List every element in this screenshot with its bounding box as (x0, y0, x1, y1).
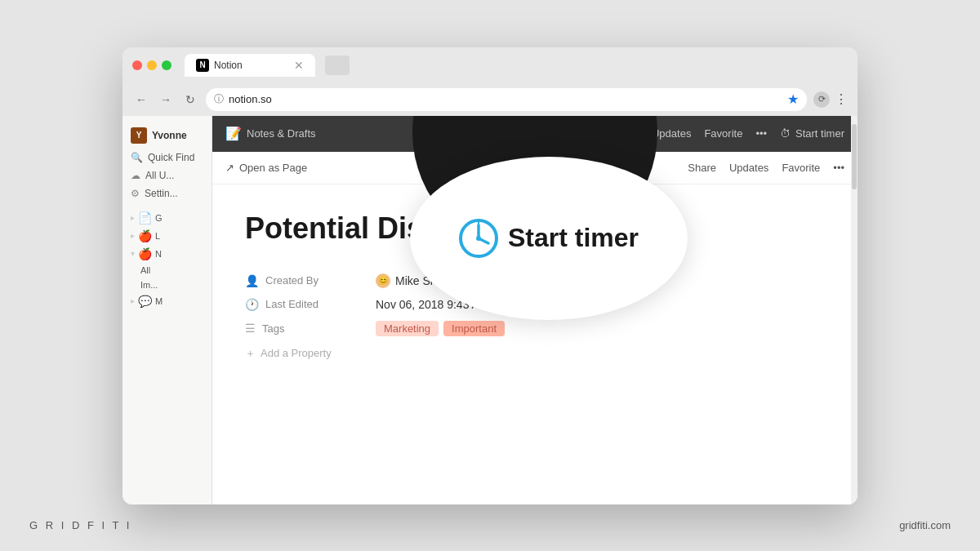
sidebar-section: ▸ 📄 G ▸ 🍎 L ▾ 🍎 N All (122, 209, 212, 310)
sidebar-settings-label: Settin... (145, 188, 178, 199)
scrollbar-thumb[interactable] (852, 124, 857, 189)
browser-content: Y Yvonne 🔍 Quick Find ☁ All U... ⚙ Setti… (122, 116, 858, 504)
tab-title: Notion (214, 60, 243, 71)
page-emoji-g: 📄 (138, 211, 152, 224)
bookmark-icon[interactable]: ★ (787, 91, 799, 107)
new-tab-button[interactable] (325, 56, 350, 75)
timer-icon-dark: ⏱ (780, 127, 791, 140)
add-property-label: Add a Property (261, 347, 332, 359)
updates-button-dark[interactable]: Updates (652, 127, 691, 140)
brand-label-right: gridfiti.com (899, 519, 951, 531)
settings-icon: ⚙ (131, 188, 140, 199)
main-content: 📝 Notes & Drafts Share Updates Favorite … (212, 116, 858, 504)
updates-button-light[interactable]: Updates (729, 162, 768, 174)
address-text: notion.so (229, 93, 782, 105)
page-emoji-n: 🍎 (138, 247, 152, 260)
popup-title-text: Start timer (508, 223, 639, 253)
notion-tab-icon: N (196, 59, 209, 72)
browser-tab[interactable]: N Notion ✕ (185, 54, 315, 77)
favorite-button-light[interactable]: Favorite (782, 162, 820, 174)
secondary-actions: Share Updates Favorite ••• (688, 162, 844, 174)
extension-icons: ⟳ ⋮ (813, 91, 848, 108)
sidebar-item-l[interactable]: ▸ 🍎 L (122, 227, 212, 245)
brand-label-left: G R I D F I T I (29, 519, 131, 531)
minimize-button[interactable] (147, 60, 157, 70)
browser-menu-icon[interactable]: ⋮ (835, 91, 848, 107)
collapse-icon-m: ▸ (131, 296, 135, 305)
more-button-dark[interactable]: ••• (755, 127, 767, 140)
created-by-label-text: Created By (265, 274, 318, 287)
sidebar-item-g[interactable]: ▸ 📄 G (122, 209, 212, 227)
subitem-label-all: All (140, 265, 150, 275)
add-property-plus-icon: ＋ (245, 346, 256, 361)
subitem-label-im: Im... (140, 280, 158, 290)
tag-important[interactable]: Important (443, 321, 505, 336)
sidebar: Y Yvonne 🔍 Quick Find ☁ All U... ⚙ Setti… (122, 116, 212, 504)
last-edited-icon: 🕐 (245, 298, 259, 311)
sidebar-all-updates-label: All U... (145, 170, 174, 181)
tags-icon: ☰ (245, 322, 256, 335)
sidebar-item-m[interactable]: ▸ 💬 M (122, 292, 212, 310)
favorite-button-dark[interactable]: Favorite (704, 127, 742, 140)
popup-content: Start timer (459, 219, 639, 258)
forward-button[interactable]: → (157, 91, 175, 109)
collapse-icon-l: ▸ (131, 231, 135, 240)
sidebar-quick-find[interactable]: 🔍 Quick Find (122, 149, 212, 167)
close-button[interactable] (132, 60, 142, 70)
share-button-light[interactable]: Share (688, 162, 716, 174)
traffic-lights (132, 60, 172, 70)
add-property-button[interactable]: ＋ Add a Property (245, 341, 825, 366)
page-label-g: G (155, 213, 163, 223)
start-timer-popup[interactable]: Start timer (410, 157, 688, 320)
last-edited-label-text: Last Edited (265, 298, 318, 310)
created-by-icon: 👤 (245, 274, 259, 287)
title-bar: N Notion ✕ (122, 47, 858, 83)
sidebar-quick-find-label: Quick Find (148, 152, 194, 163)
created-by-label: 👤 Created By (245, 274, 376, 287)
maximize-button[interactable] (162, 60, 172, 70)
updates-icon: ☁ (131, 170, 140, 181)
sidebar-user[interactable]: Y Yvonne (122, 122, 212, 149)
info-icon: ⓘ (214, 92, 224, 106)
svg-point-3 (476, 236, 481, 241)
tab-close-icon[interactable]: ✕ (294, 59, 304, 72)
open-as-page-icon: ↗ (225, 162, 234, 174)
start-timer-label-dark: Start timer (795, 127, 844, 140)
clockify-logo-icon (459, 219, 498, 258)
open-as-page-button[interactable]: ↗ Open as Page (225, 162, 307, 174)
tags-label: ☰ Tags (245, 322, 376, 335)
sidebar-subitem-all[interactable]: All (122, 263, 212, 278)
start-timer-button-dark[interactable]: ⏱ Start timer (780, 127, 844, 140)
property-row-tags: ☰ Tags Marketing Important (245, 316, 825, 341)
search-icon: 🔍 (131, 152, 143, 163)
extension-icon-1[interactable]: ⟳ (813, 91, 830, 108)
more-button-light[interactable]: ••• (833, 162, 844, 174)
refresh-button[interactable]: ↻ (181, 91, 199, 109)
page-emoji-m: 💬 (138, 295, 152, 308)
page-label-l: L (155, 231, 160, 241)
browser-window: N Notion ✕ ← → ↻ ⓘ notion.so ★ ⟳ ⋮ (122, 47, 858, 504)
back-button[interactable]: ← (132, 91, 150, 109)
page-label-n: N (155, 249, 162, 259)
page-background: G R I D F I T I gridfiti.com N Notion ✕ … (0, 0, 980, 551)
tags-label-text: Tags (262, 322, 284, 335)
breadcrumb-text: Notes & Drafts (247, 127, 316, 140)
tags-value: Marketing Important (376, 321, 505, 336)
page-emoji-l: 🍎 (138, 229, 152, 242)
open-as-page-label: Open as Page (239, 162, 307, 174)
sidebar-subitem-im[interactable]: Im... (122, 278, 212, 292)
breadcrumb-emoji: 📝 (225, 126, 242, 141)
sidebar-item-n[interactable]: ▾ 🍎 N (122, 245, 212, 263)
address-bar[interactable]: ⓘ notion.so ★ (206, 88, 807, 111)
user-avatar: Y (131, 127, 147, 144)
user-face-icon: 😊 (376, 273, 390, 288)
last-edited-label: 🕐 Last Edited (245, 298, 376, 311)
address-bar-row: ← → ↻ ⓘ notion.so ★ ⟳ ⋮ (122, 83, 858, 116)
sidebar-username: Yvonne (152, 130, 187, 141)
collapse-icon: ▸ (131, 213, 135, 222)
collapse-icon-n: ▾ (131, 249, 135, 258)
sidebar-settings[interactable]: ⚙ Settin... (122, 184, 212, 202)
sidebar-all-updates[interactable]: ☁ All U... (122, 167, 212, 184)
tag-marketing[interactable]: Marketing (376, 321, 439, 336)
scrollbar[interactable] (851, 116, 858, 504)
